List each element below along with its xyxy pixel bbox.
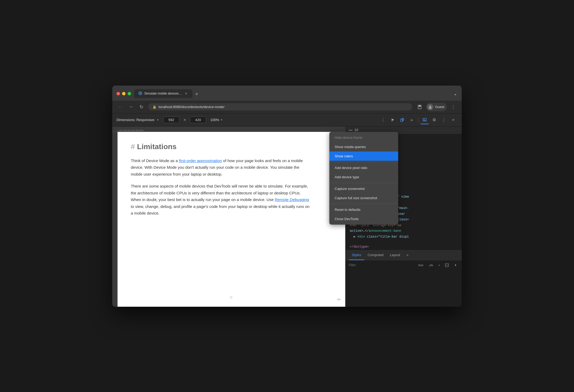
dimension-separator: × bbox=[183, 118, 186, 122]
dimensions-control: Dimensions: Responsive bbox=[116, 118, 159, 122]
svg-rect-3 bbox=[419, 105, 421, 107]
para2-after: to view, change, debug, and profile a pa… bbox=[131, 204, 310, 216]
ruler-tick: 400 bbox=[131, 130, 135, 132]
device-toolbar-more-button[interactable]: ⋮ bbox=[379, 116, 387, 124]
menu-item-reset-defaults[interactable]: Reset to defaults bbox=[329, 205, 398, 214]
profile-avatar bbox=[427, 104, 433, 110]
tabs-row: Simulate mobile devices with D × + bbox=[134, 89, 458, 98]
menu-divider-2 bbox=[329, 183, 398, 183]
tab-layout[interactable]: Layout bbox=[387, 250, 403, 260]
doctype-row: <!doctype> bbox=[346, 243, 462, 250]
html-line: active>…</announcement-bann bbox=[350, 228, 458, 234]
svg-rect-6 bbox=[402, 118, 404, 121]
address-bar: ← → ↻ 🔒 localhost:8080/docs/devtools/dev… bbox=[112, 101, 462, 113]
main-area: Dimensions: Responsive × 100% ⋮ bbox=[112, 113, 462, 307]
drag-handle[interactable]: ≡ bbox=[230, 294, 233, 300]
maximize-traffic-light[interactable] bbox=[128, 92, 131, 95]
page-heading: # Limitations bbox=[131, 142, 311, 151]
traffic-lights bbox=[116, 92, 131, 95]
tab-title: Simulate mobile devices with D bbox=[144, 92, 182, 95]
url-text: localhost:8080/docs/devtools/device-mode… bbox=[159, 105, 225, 109]
svg-rect-5 bbox=[401, 119, 403, 122]
remote-debugging-link[interactable]: Remote Debugging bbox=[275, 197, 309, 202]
horizontal-ruler: 100 200 300 400 500 600 bbox=[112, 127, 345, 132]
add-filter-button[interactable]: + bbox=[437, 263, 442, 267]
page-content: # Limitations Think of Device Mode as a … bbox=[118, 132, 345, 307]
dimensions-label: Dimensions: Responsive bbox=[116, 118, 154, 122]
tab-dropdown-button[interactable] bbox=[453, 93, 458, 98]
toolbar-right: Guest ⋮ bbox=[415, 103, 458, 111]
menu-item-capture-full-size[interactable]: Capture full size screenshot bbox=[329, 193, 398, 203]
filter-bar: :hov .cls + bbox=[346, 260, 462, 270]
hov-filter-button[interactable]: :hov bbox=[416, 263, 425, 267]
profile-name: Guest bbox=[435, 105, 444, 109]
back-filter-button[interactable] bbox=[452, 262, 459, 268]
device-toolbar: Dimensions: Responsive × 100% ⋮ bbox=[112, 113, 462, 127]
filter-input[interactable] bbox=[349, 263, 414, 267]
heading-hash: # bbox=[131, 142, 135, 151]
pen-icon[interactable]: ✏ bbox=[337, 297, 341, 302]
ruler-tick: 300 bbox=[126, 130, 131, 132]
device-toolbar-actions: ⋮ » bbox=[379, 116, 458, 124]
tab-more[interactable]: » bbox=[403, 250, 411, 260]
cursor-mode-button[interactable] bbox=[388, 116, 397, 124]
browser-menu-button[interactable]: ⋮ bbox=[449, 103, 458, 111]
minimize-traffic-light[interactable] bbox=[122, 92, 125, 95]
title-bar: Simulate mobile devices with D × + bbox=[112, 86, 462, 101]
html-line: ▶ <div class="title-bar displ bbox=[350, 234, 458, 240]
forward-button[interactable]: → bbox=[127, 103, 134, 111]
dollar-indicator: == $0 bbox=[349, 128, 358, 132]
content-split: 100 200 300 400 500 600 # Limitations bbox=[112, 127, 462, 307]
menu-item-capture-screenshot[interactable]: Capture screenshot bbox=[329, 184, 398, 193]
browser-window: Simulate mobile devices with D × + ← → ↻… bbox=[112, 86, 462, 307]
devtools-bottom-tabs: Styles Computed Layout » bbox=[346, 250, 462, 260]
refresh-button[interactable]: ↻ bbox=[138, 103, 145, 111]
ruler-tick: 100 bbox=[118, 130, 122, 132]
svg-point-4 bbox=[429, 106, 431, 107]
tab-computed[interactable]: Computed bbox=[364, 250, 387, 260]
menu-item-show-media-queries[interactable]: Show media queries bbox=[329, 142, 398, 152]
width-input[interactable] bbox=[163, 117, 179, 123]
profile-button[interactable]: Guest bbox=[426, 103, 447, 111]
device-toggle-button[interactable] bbox=[398, 116, 406, 124]
viewport: 100 200 300 400 500 600 # Limitations bbox=[112, 127, 345, 307]
menu-item-add-device-pixel-ratio[interactable]: Add device pixel ratio bbox=[329, 163, 398, 172]
tab-styles[interactable]: Styles bbox=[349, 250, 364, 260]
ruler-tick: 600 bbox=[139, 130, 144, 132]
zoom-value: 100% bbox=[210, 118, 219, 122]
devtools-overflow-button[interactable]: ⋮ bbox=[440, 116, 448, 124]
lock-icon: 🔒 bbox=[153, 105, 156, 109]
menu-item-show-rulers[interactable]: Show rulers bbox=[329, 152, 398, 161]
tab-favicon-icon bbox=[138, 91, 142, 96]
new-tab-button[interactable]: + bbox=[193, 91, 200, 98]
ruler-tick: 500 bbox=[135, 130, 139, 132]
page-paragraph-2: There are some aspects of mobile devices… bbox=[131, 183, 311, 217]
back-button[interactable]: ← bbox=[116, 103, 124, 111]
menu-item-close-devtools[interactable]: Close DevTools bbox=[329, 214, 398, 224]
styles-icon-button[interactable] bbox=[444, 262, 450, 268]
para1-before: Think of Device Mode as a bbox=[131, 158, 179, 163]
first-order-link[interactable]: first-order approximation bbox=[179, 158, 222, 163]
bookmark-icon[interactable] bbox=[415, 103, 424, 111]
devtools-close-button[interactable]: × bbox=[449, 116, 458, 124]
cls-filter-button[interactable]: .cls bbox=[427, 263, 435, 267]
dropdown-menu: Hide device frame Show media queries Sho… bbox=[329, 132, 398, 225]
more-tools-button[interactable]: » bbox=[407, 116, 416, 124]
vertical-ruler bbox=[112, 132, 118, 307]
menu-item-hide-device-frame[interactable]: Hide device frame bbox=[329, 133, 398, 142]
settings-button[interactable]: ⚙ bbox=[430, 116, 438, 124]
console-panel-button[interactable] bbox=[420, 116, 429, 124]
page-heading-text: Limitations bbox=[137, 142, 177, 151]
menu-item-add-device-type[interactable]: Add device type bbox=[329, 172, 398, 182]
ruler-tick: 200 bbox=[122, 130, 126, 132]
close-traffic-light[interactable] bbox=[116, 92, 120, 95]
menu-divider-1 bbox=[329, 162, 398, 162]
height-input[interactable] bbox=[190, 117, 206, 123]
zoom-control[interactable]: 100% bbox=[210, 118, 223, 122]
active-tab[interactable]: Simulate mobile devices with D × bbox=[134, 89, 192, 98]
url-bar[interactable]: 🔒 localhost:8080/docs/devtools/device-mo… bbox=[148, 103, 412, 110]
page-paragraph-1: Think of Device Mode as a first-order ap… bbox=[131, 157, 311, 178]
doctype-text: <!doctype> bbox=[350, 245, 369, 248]
menu-divider-3 bbox=[329, 204, 398, 204]
tab-close-button[interactable]: × bbox=[184, 91, 188, 96]
